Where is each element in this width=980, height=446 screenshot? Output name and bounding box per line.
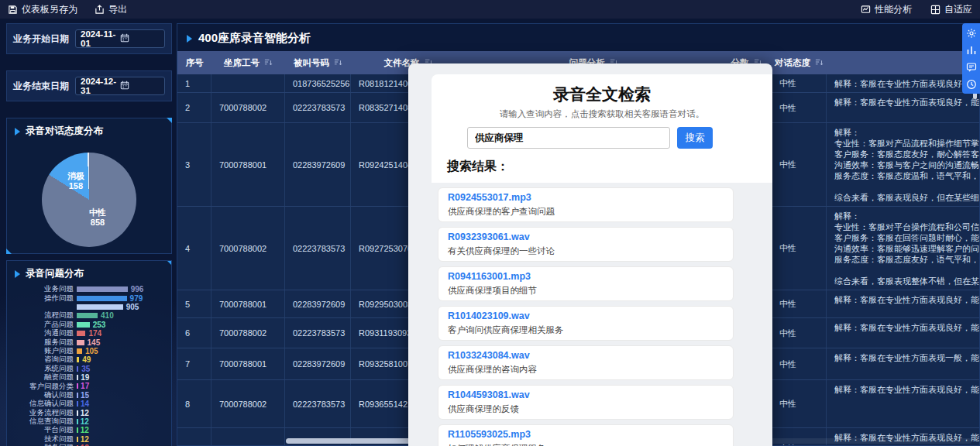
cell-callee-number: 02283972609 [285,348,351,379]
bar-value: 996 [131,285,144,293]
bar-fill [77,401,78,407]
search-result-card[interactable]: R1105593025.mp3如何理解供应商保理服务 [438,424,734,446]
bar-fill [77,437,78,442]
triangle-bullet-icon [187,35,192,43]
cell-callee-number: 02223783573 [285,380,351,427]
cell-agent-id: 7000788001 [211,290,285,317]
cell-row-no: 1 [177,74,211,92]
bar-fill [77,393,78,398]
bar-value: 105 [85,347,98,355]
result-file-link[interactable]: R1014023109.wav [448,310,724,321]
gear-icon[interactable] [965,27,977,39]
search-result-card[interactable]: R1014023109.wav客户询问供应商保理相关服务 [438,306,734,341]
save-dashboard-button[interactable]: 仪表板另存为 [8,3,77,16]
bar-panel-title-row: 录音问题分布 [7,261,171,283]
clock-icon[interactable] [965,78,977,90]
adaptive-button[interactable]: 自适应 [930,3,972,16]
performance-analysis-button[interactable]: 性能分析 [861,3,912,16]
search-result-card[interactable]: R1033243084.wav供应商保理的咨询内容 [438,345,734,380]
result-description: 如何理解供应商保理服务 [448,443,724,446]
export-icon [95,5,105,15]
bar-value: 12 [81,426,89,434]
search-result-card[interactable]: R0941163001.mp3供应商保理项目的细节 [438,266,734,301]
problem-bar-panel: 录音问题分布 业务问题996操作问题979905流程问题410产品问题253沟通… [6,260,172,446]
bar-value: 174 [88,329,101,338]
side-toolbar [962,23,980,94]
pie-label-negative: 消极 158 [67,171,84,191]
sort-icon[interactable] [815,58,824,68]
start-date-label: 业务开始日期 [13,33,69,46]
bar-value: 253 [93,321,106,329]
search-input[interactable] [467,127,670,149]
bar-fill [77,340,84,345]
modal-subtitle: 请输入查询内容，点击搜索获取相关客服语音对话。 [447,108,757,120]
result-file-link[interactable]: R1033243084.wav [448,350,724,361]
result-description: 供应商保理的咨询内容 [448,364,724,376]
cell-explain: 解释： 专业性：客服对平台操作流程和公司信息掌握得 客户服务：客服在回答问题时耐… [827,207,980,290]
bar-value: 49 [82,355,91,364]
bar-label: 财务问题 [10,443,77,446]
attitude-pie-panel: 录音对话态度分布 消极 158 中性 858 [6,118,172,254]
chart-icon[interactable] [965,44,977,56]
cell-agent-id: 7000788001 [211,348,285,379]
fulltext-search-modal: 录音全文检索 请输入查询内容，点击搜索获取相关客服语音对话。 搜索 搜索结果： … [408,63,772,446]
comment-icon[interactable] [965,61,977,73]
bar-row: 操作问题979 [10,293,167,302]
sort-icon[interactable] [264,58,273,68]
calendar-icon[interactable] [120,81,160,91]
bar-value: 145 [88,338,101,347]
cell-agent-id: 7000788002 [211,380,285,427]
pie-label-neutral: 中性 858 [89,208,106,228]
cell-row-no: 4 [177,207,211,290]
cell-attitude: 中性 [772,123,827,206]
bar-value: 410 [101,311,114,320]
search-results-title: 搜索结果： [447,159,757,175]
calendar-icon[interactable] [120,33,160,44]
column-header-对话态度[interactable]: 对话态度 [772,57,827,69]
end-date-field: 业务结束日期 2024-12-31 [6,70,172,101]
sidebar: 业务开始日期 2024-11-01 业务结束日期 2024-12-31 录音对话… [6,23,172,446]
cell-explain: 解释：客服在专业性方面表现一般，能够提供基 [827,348,980,379]
result-file-link[interactable]: R0924553017.mp3 [448,192,724,203]
save-icon [8,5,18,15]
cell-row-no: 8 [177,380,211,427]
column-header-被叫号码[interactable]: 被叫号码 [285,57,351,69]
bar-value: 905 [126,303,139,311]
result-file-link[interactable]: R0941163001.mp3 [448,271,724,282]
start-date-input[interactable]: 2024-11-01 [75,29,165,48]
cell-attitude: 中性 [772,74,827,92]
bar-fill [77,331,85,336]
pie-panel-title-row: 录音对话态度分布 [7,118,171,141]
result-description: 供应商保理的反馈 [448,403,724,415]
search-result-card[interactable]: R0932393061.wav有关供应商保理的一些讨论 [438,227,734,262]
search-result-card[interactable]: R0924553017.mp3供应商保理的客户查询问题 [438,187,734,222]
triangle-bullet-icon [15,128,20,136]
bar-value: 35 [81,365,90,373]
cell-explain: 解释： 专业性：客服对产品流程和操作细节掌握得比较 客户服务：客服态度友好，耐心… [827,123,980,206]
end-date-input[interactable]: 2024-12-31 [75,77,165,95]
bar-value: 979 [130,294,143,303]
cell-attitude: 中性 [772,318,827,348]
modal-title: 录音全文检索 [447,84,757,105]
result-file-link[interactable]: R1105593025.mp3 [448,429,724,440]
bar-value: 17 [81,382,89,390]
result-description: 供应商保理的客户查询问题 [448,206,724,218]
bar-value: 19 [81,373,89,382]
sort-icon[interactable] [334,58,342,68]
bar-fill [77,304,123,310]
export-button[interactable]: 导出 [95,3,127,16]
result-file-link[interactable]: R0932393061.wav [448,232,724,242]
bar-fill [77,427,78,433]
cell-attitude: 中性 [772,380,827,427]
column-header-坐席工号[interactable]: 坐席工号 [211,57,285,69]
search-result-card[interactable]: R1044593081.wav供应商保理的反馈 [438,385,734,420]
result-description: 有关供应商保理的一些讨论 [448,245,724,257]
result-file-link[interactable]: R1044593081.wav [448,389,724,400]
bar-value: 12 [81,435,89,444]
cell-callee-number: 02223783573 [285,93,351,122]
search-button[interactable]: 搜索 [677,127,713,149]
bar-value: 12 [81,417,89,426]
bar-fill [77,296,127,301]
main-panel-title: 400座席录音智能分析 [198,31,311,46]
bar-value: 12 [81,409,89,417]
